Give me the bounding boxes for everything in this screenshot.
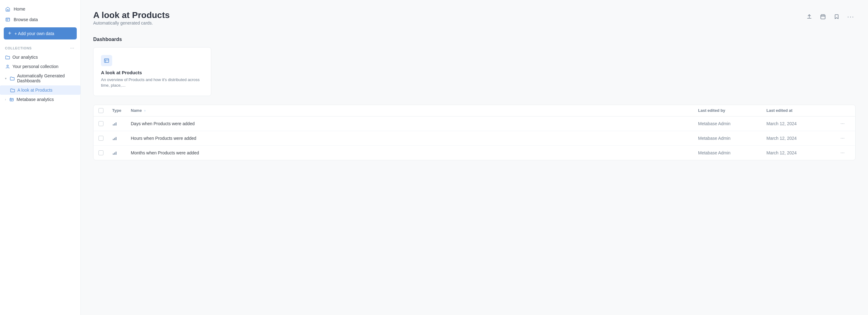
home-icon [5, 6, 10, 12]
svg-rect-15 [114, 123, 115, 126]
header-name: Name ↑ [131, 108, 698, 113]
header-checkbox-col [98, 108, 112, 113]
header-last-edited-at: Last edited at [767, 108, 835, 113]
our-analytics-label: Our analytics [12, 55, 38, 60]
table-row[interactable]: Hours when Products were added Metabase … [94, 131, 855, 146]
folder-icon-products [10, 88, 15, 93]
add-data-label: + Add your own data [14, 31, 54, 36]
row-type-icon [112, 121, 131, 126]
row-checkbox[interactable] [98, 121, 112, 126]
items-table: Type Name ↑ Last edited by Last edited a… [93, 105, 856, 160]
svg-rect-16 [116, 122, 117, 126]
svg-rect-18 [114, 138, 115, 140]
page-title: A look at Products [93, 10, 169, 21]
row-name: Hours when Products were added [131, 136, 698, 141]
chevron-right-icon: › [5, 98, 6, 101]
calendar-button[interactable] [818, 12, 827, 21]
personal-collection-label: Your personal collection [12, 64, 58, 69]
person-folder-icon [5, 64, 10, 69]
row-more-button[interactable]: ··· [835, 135, 850, 141]
svg-rect-17 [113, 139, 114, 140]
row-date: March 12, 2024 [767, 121, 835, 126]
svg-rect-14 [113, 124, 114, 126]
row-date: March 12, 2024 [767, 150, 835, 155]
svg-rect-22 [116, 152, 117, 155]
row-checkbox[interactable] [98, 150, 112, 155]
add-data-button[interactable]: + + Add your own data [4, 27, 77, 39]
row-select-checkbox[interactable] [98, 136, 103, 141]
row-type-icon [112, 136, 131, 141]
page-header: A look at Products Automatically generat… [93, 10, 856, 34]
sidebar-item-our-analytics[interactable]: Our analytics [0, 53, 81, 62]
svg-rect-11 [104, 59, 109, 62]
sidebar-item-look-at-products[interactable]: A look at Products [0, 86, 81, 95]
row-editor: Metabase Admin [698, 136, 767, 141]
row-editor: Metabase Admin [698, 150, 767, 155]
upload-button[interactable] [805, 12, 814, 21]
sidebar-item-auto-generated[interactable]: ▾ Automatically Generated Dashboards [0, 71, 81, 86]
select-all-checkbox[interactable] [98, 108, 103, 113]
row-type-icon [112, 150, 131, 155]
header-last-edited-by: Last edited by [698, 108, 767, 113]
look-at-products-label: A look at Products [18, 88, 53, 93]
page-title-group: A look at Products Automatically generat… [93, 10, 169, 34]
dashboard-card-look-at-products[interactable]: A look at Products An overview of Produc… [93, 47, 211, 96]
dashboard-card-title: A look at Products [101, 70, 204, 75]
more-options-button[interactable]: ··· [846, 12, 856, 22]
row-more-button[interactable]: ··· [835, 120, 850, 127]
svg-rect-0 [6, 18, 10, 21]
page-subtitle: Automatically generated cards. [93, 21, 169, 26]
metabase-analytics-label: Metabase analytics [17, 97, 54, 102]
row-name: Months when Products were added [131, 150, 698, 155]
ellipsis-icon: ··· [847, 13, 854, 20]
row-checkbox[interactable] [98, 136, 112, 141]
sidebar-item-browse[interactable]: Browse data [0, 14, 81, 25]
table-header: Type Name ↑ Last edited by Last edited a… [94, 105, 855, 117]
sort-icon: ↑ [144, 109, 146, 113]
dashboard-card-grid: A look at Products An overview of Produc… [93, 47, 856, 96]
add-icon: + [8, 30, 11, 37]
row-more-button[interactable]: ··· [835, 150, 850, 156]
folder-icon-auto [10, 76, 14, 81]
row-select-checkbox[interactable] [98, 121, 103, 126]
table-row[interactable]: Months when Products were added Metabase… [94, 146, 855, 160]
sidebar-item-metabase-analytics[interactable]: › Metabase analytics [0, 95, 81, 104]
dashboard-card-icon [101, 55, 112, 66]
sidebar-item-home[interactable]: Home [0, 4, 81, 14]
row-editor: Metabase Admin [698, 121, 767, 126]
collections-label: COLLECTIONS [5, 46, 32, 50]
sidebar: Home Browse data + + Add your own data C… [0, 0, 81, 315]
collections-header: COLLECTIONS ··· [0, 42, 81, 53]
chevron-down-icon: ▾ [5, 77, 6, 80]
browse-icon [5, 17, 10, 22]
svg-rect-4 [10, 98, 13, 101]
bookmark-button[interactable] [832, 12, 841, 21]
row-select-checkbox[interactable] [98, 150, 103, 155]
svg-point-3 [7, 65, 8, 66]
sidebar-item-home-label: Home [14, 6, 25, 11]
dashboard-card-description: An overview of Products and how it's dis… [101, 77, 204, 88]
auto-generated-label: Automatically Generated Dashboards [17, 73, 75, 83]
table-folder-icon [9, 97, 14, 102]
collections-more-button[interactable]: ··· [69, 45, 75, 51]
table-row[interactable]: Days when Products were added Metabase A… [94, 117, 855, 131]
header-actions: ··· [805, 12, 856, 22]
sidebar-item-browse-label: Browse data [14, 17, 38, 22]
sidebar-item-personal[interactable]: Your personal collection [0, 62, 81, 71]
main-content: A look at Products Automatically generat… [81, 0, 868, 315]
svg-rect-20 [113, 154, 114, 155]
header-type: Type [112, 108, 131, 113]
folder-icon [5, 55, 10, 60]
svg-rect-21 [114, 153, 115, 155]
row-name: Days when Products were added [131, 121, 698, 126]
dashboards-section: Dashboards A look at Products An overvie… [93, 37, 856, 96]
svg-rect-19 [116, 137, 117, 140]
row-date: March 12, 2024 [767, 136, 835, 141]
svg-rect-7 [821, 15, 825, 19]
dashboards-section-title: Dashboards [93, 37, 856, 42]
